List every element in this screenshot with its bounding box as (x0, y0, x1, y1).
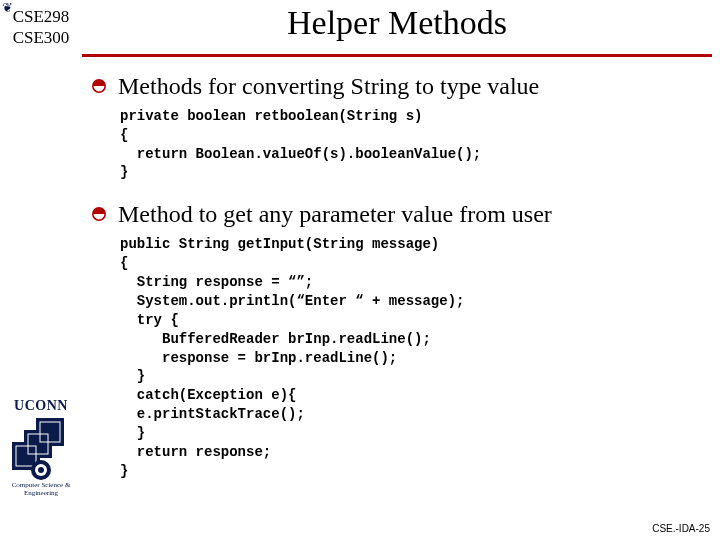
sidebar: ❦ CSE298 CSE300 UCONN Computer Science &… (0, 0, 82, 540)
bullet-text: Method to get any parameter value from u… (118, 200, 552, 229)
oak-icon: ❦ (2, 0, 13, 16)
content-area: Methods for converting String to type va… (92, 72, 710, 481)
svg-point-8 (38, 467, 44, 473)
title-divider (82, 54, 712, 57)
code-block: public String getInput(String message) {… (120, 235, 710, 481)
bullet-icon (92, 207, 106, 221)
slide-title: Helper Methods (82, 4, 712, 42)
uconn-logo-icon (10, 416, 72, 480)
bullet-icon (92, 79, 106, 93)
course-code-2: CSE300 (0, 27, 82, 48)
slide-footer: CSE.-IDA-25 (652, 523, 710, 534)
code-block: private boolean retboolean(String s) { r… (120, 107, 710, 183)
uconn-subtitle: Computer Science & Engineering (4, 482, 78, 497)
bullet-text: Methods for converting String to type va… (118, 72, 539, 101)
bullet-item: Method to get any parameter value from u… (92, 200, 710, 229)
uconn-wordmark: UCONN (4, 398, 78, 414)
affiliation-block: UCONN Computer Science & Engineering (4, 398, 78, 497)
bullet-item: Methods for converting String to type va… (92, 72, 710, 101)
